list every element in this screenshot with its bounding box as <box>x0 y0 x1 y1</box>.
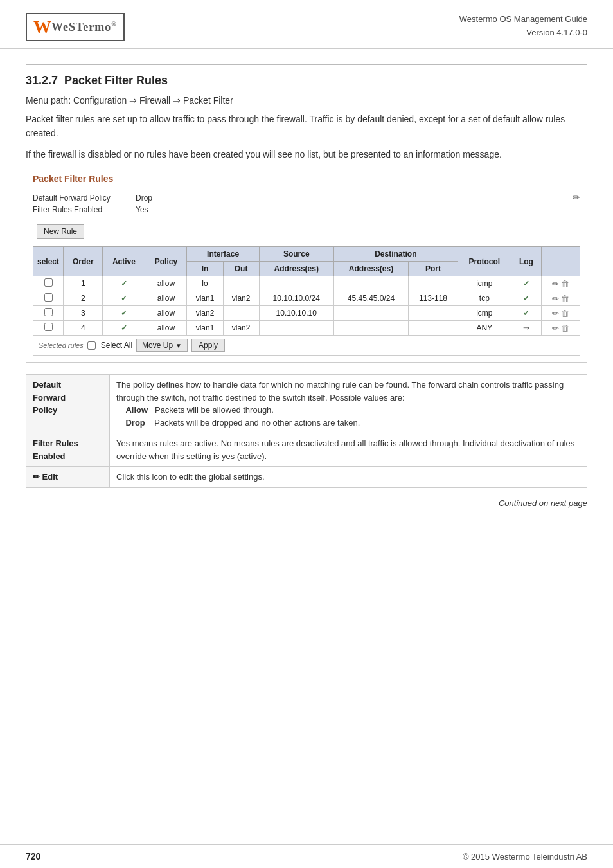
row3-in: vlan2 <box>187 306 223 321</box>
row2-delete-icon[interactable]: 🗑 <box>561 294 569 303</box>
row2-edit-icon[interactable]: ✏ <box>552 294 559 303</box>
row2-log: ✓ <box>511 291 541 306</box>
table-row: 3 ✓ allow vlan2 10.10.10.10 icmp ✓ ✏ 🗑 <box>33 306 580 321</box>
selected-rules-bar: Selected rules Select All Move Up ▼ Appl… <box>33 336 580 356</box>
col-dest-port: Port <box>409 262 458 276</box>
settings-row-0: Default Forward Policy Drop <box>33 192 573 204</box>
new-rule-area: New Rule <box>26 218 587 246</box>
row2-in: vlan1 <box>187 291 223 306</box>
row3-log: ✓ <box>511 306 541 321</box>
drop-keyword: Drop <box>125 418 145 428</box>
row3-dest-port <box>409 306 458 321</box>
logo-area: W WeSTermo® <box>26 13 459 41</box>
allow-keyword: Allow <box>125 405 148 415</box>
row4-log: ⇒ <box>511 321 541 336</box>
desc-key-1: Filter RulesEnabled <box>26 433 110 467</box>
global-edit-icon[interactable]: ✏ <box>573 192 580 203</box>
header-title: Westermo OS Management Guide <box>459 13 587 26</box>
rules-table: select Order Active Policy Interface Sou… <box>33 246 580 336</box>
row4-in: vlan1 <box>187 321 223 336</box>
header-version: Version 4.17.0-0 <box>459 26 587 40</box>
page-header: W WeSTermo® Westermo OS Management Guide… <box>0 0 613 49</box>
row4-dest-addr <box>333 321 408 336</box>
desc-row-2: ✏ Edit Click this icon to edit the globa… <box>26 467 587 488</box>
pf-section: Packet Filter Rules Default Forward Poli… <box>26 168 587 363</box>
row2-active: ✓ <box>103 291 145 306</box>
col-active: Active <box>103 247 145 276</box>
row2-src-addr: 10.10.10.0/24 <box>259 291 333 306</box>
col-log: Log <box>511 247 541 276</box>
col-policy: Policy <box>145 247 187 276</box>
logo-text: WeSTermo® <box>51 21 117 34</box>
row2-actions: ✏ 🗑 <box>542 291 580 306</box>
settings-label-0: Default Forward Policy <box>33 194 136 203</box>
col-protocol: Protocol <box>458 247 511 276</box>
col-dest-group: Destination <box>333 247 458 262</box>
row2-order: 2 <box>64 291 103 306</box>
description-table: DefaultForwardPolicy The policy defines … <box>26 374 587 488</box>
col-in: In <box>187 262 223 276</box>
row4-edit-icon[interactable]: ✏ <box>552 323 559 333</box>
table-row: 4 ✓ allow vlan1 vlan2 ANY ⇒ ✏ 🗑 <box>33 321 580 336</box>
row3-edit-icon[interactable]: ✏ <box>552 309 559 318</box>
row2-dest-port: 113-118 <box>409 291 458 306</box>
desc-val-1: Yes means rules are active. No means rul… <box>110 433 587 467</box>
settings-area: Default Forward Policy Drop Filter Rules… <box>26 188 587 218</box>
logo-w-icon: W <box>33 17 51 37</box>
row2-select[interactable] <box>33 291 64 306</box>
description-2: If the firewall is disabled or no rules … <box>26 147 587 161</box>
row1-delete-icon[interactable]: 🗑 <box>561 279 569 289</box>
new-rule-button[interactable]: New Rule <box>37 224 84 239</box>
row3-policy: allow <box>145 306 187 321</box>
rules-table-wrapper: select Order Active Policy Interface Sou… <box>26 246 587 362</box>
row1-protocol: icmp <box>458 276 511 291</box>
move-up-button[interactable]: Move Up ▼ <box>136 339 188 352</box>
copyright-text: © 2015 Westermo Teleindustri AB <box>463 852 587 862</box>
row1-select[interactable] <box>33 276 64 291</box>
desc-key-2: ✏ Edit <box>26 467 110 488</box>
apply-button[interactable]: Apply <box>191 339 225 352</box>
row4-dest-port <box>409 321 458 336</box>
col-source-group: Source <box>259 247 333 262</box>
row3-dest-addr <box>333 306 408 321</box>
desc-key-0: DefaultForwardPolicy <box>26 375 110 433</box>
select-all-checkbox[interactable] <box>87 341 96 350</box>
row1-actions: ✏ 🗑 <box>542 276 580 291</box>
row3-delete-icon[interactable]: 🗑 <box>561 309 569 318</box>
row4-out: vlan2 <box>223 321 259 336</box>
menu-path: Menu path: Configuration ⇒ Firewall ⇒ Pa… <box>26 95 587 105</box>
settings-grid: Default Forward Policy Drop Filter Rules… <box>33 192 573 215</box>
col-interface-group: Interface <box>187 247 259 262</box>
row1-in: lo <box>187 276 223 291</box>
header-right: Westermo OS Management Guide Version 4.1… <box>459 13 587 40</box>
row3-active: ✓ <box>103 306 145 321</box>
move-up-arrow-icon: ▼ <box>175 342 182 349</box>
row3-select[interactable] <box>33 306 64 321</box>
row1-dest-addr <box>333 276 408 291</box>
desc-row-0: DefaultForwardPolicy The policy defines … <box>26 375 587 433</box>
row1-order: 1 <box>64 276 103 291</box>
description-1: Packet filter rules are set up to allow … <box>26 112 587 141</box>
row4-src-addr <box>259 321 333 336</box>
desc-val-2: Click this icon to edit the global setti… <box>110 467 587 488</box>
settings-label-1: Filter Rules Enabled <box>33 205 136 214</box>
pf-section-title: Packet Filter Rules <box>26 168 587 188</box>
top-divider <box>26 64 587 65</box>
row1-log: ✓ <box>511 276 541 291</box>
row1-edit-icon[interactable]: ✏ <box>552 279 559 289</box>
section-title: 31.2.7 Packet Filter Rules <box>26 74 587 87</box>
row4-protocol: ANY <box>458 321 511 336</box>
table-row: 2 ✓ allow vlan1 vlan2 10.10.10.0/24 45.4… <box>33 291 580 306</box>
desc-row-1: Filter RulesEnabled Yes means rules are … <box>26 433 587 467</box>
row4-order: 4 <box>64 321 103 336</box>
col-actions <box>542 247 580 276</box>
row2-dest-addr: 45.45.45.0/24 <box>333 291 408 306</box>
row4-policy: allow <box>145 321 187 336</box>
settings-value-1: Yes <box>136 205 187 214</box>
selected-rules-label: Selected rules <box>39 341 84 349</box>
col-order: Order <box>64 247 103 276</box>
select-all-area: Select All <box>87 341 132 350</box>
row4-delete-icon[interactable]: 🗑 <box>561 323 569 333</box>
row4-select[interactable] <box>33 321 64 336</box>
row1-active: ✓ <box>103 276 145 291</box>
